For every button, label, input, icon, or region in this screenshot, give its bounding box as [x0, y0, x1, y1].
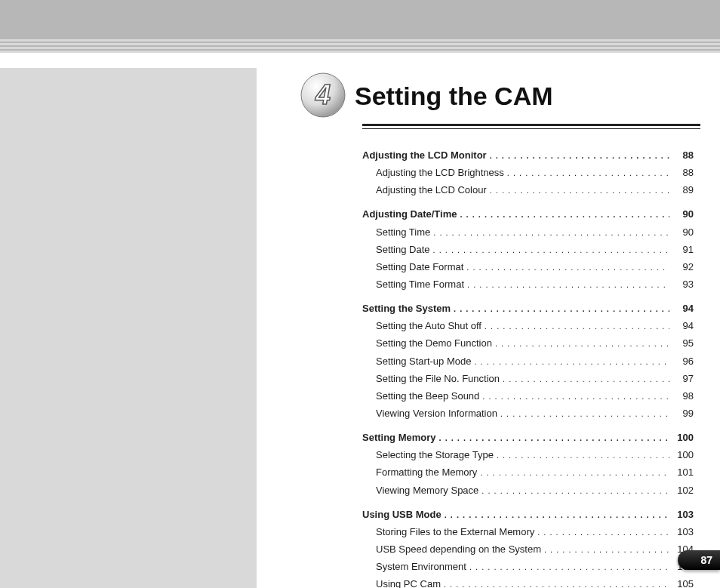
toc-item: USB Speed depending on the System104 — [362, 542, 694, 557]
toc-item-title: Setting Time Format — [376, 277, 464, 292]
toc-item-page: 91 — [672, 242, 694, 257]
toc-item-title: Setting the File No. Function — [376, 371, 500, 386]
toc-leader-dots — [485, 319, 669, 334]
toc-item: Setting the Beep Sound98 — [362, 389, 694, 404]
page-body: 4 Setting the CAM Adjusting the LCD Moni… — [0, 53, 720, 588]
toc-item-title: System Environment — [376, 559, 466, 574]
toc-leader-dots — [466, 260, 669, 275]
toc-item: System Environment104 — [362, 559, 694, 574]
toc-leader-dots — [544, 542, 669, 557]
toc-item-page: 96 — [672, 354, 694, 369]
toc-item: Setting Time Format93 — [362, 277, 694, 292]
toc-item-page: 102 — [672, 483, 694, 498]
toc-subitems: Adjusting the LCD Brightness88Adjusting … — [362, 165, 694, 198]
page-number-tab: 87 — [678, 550, 720, 570]
toc-item-page: 105 — [672, 577, 694, 588]
toc-section: Setting the System94 — [362, 301, 694, 316]
toc-item-page: 95 — [672, 336, 694, 351]
toc-item-title: Selecting the Storage Type — [376, 448, 494, 463]
toc-section-page: 100 — [672, 430, 694, 445]
toc-item-page: 94 — [672, 319, 694, 334]
toc-section: Adjusting the LCD Monitor88 — [362, 148, 694, 163]
toc-section: Setting Memory100 — [362, 430, 694, 445]
toc-section-title: Adjusting the LCD Monitor — [362, 148, 487, 163]
toc-item-page: 90 — [672, 225, 694, 240]
toc-leader-dots — [433, 225, 669, 240]
toc-item-title: Adjusting the LCD Colour — [376, 183, 487, 198]
toc-item-title: Setting Date — [376, 242, 430, 257]
toc-leader-dots — [467, 277, 669, 292]
chapter-number: 4 — [315, 79, 331, 110]
toc-item-title: Formatting the Memory — [376, 465, 477, 480]
toc-item-page: 101 — [672, 465, 694, 480]
toc-item-page: 92 — [672, 260, 694, 275]
toc-item: Adjusting the LCD Brightness88 — [362, 165, 694, 180]
toc-item-title: Setting the Beep Sound — [376, 389, 479, 404]
toc-leader-dots — [497, 448, 669, 463]
divider-thick — [362, 124, 700, 126]
table-of-contents: Adjusting the LCD Monitor88Adjusting the… — [362, 148, 694, 588]
toc-item: Setting Time90 — [362, 225, 694, 240]
toc-item: Adjusting the LCD Colour89 — [362, 183, 694, 198]
toc-section-heading: Setting the System94 — [362, 301, 694, 316]
toc-item-page: 93 — [672, 277, 694, 292]
toc-leader-dots — [503, 371, 669, 386]
toc-leader-dots — [495, 336, 669, 351]
toc-item-title: Setting Date Format — [376, 260, 463, 275]
toc-item-title: Viewing Memory Space — [376, 483, 478, 498]
toc-leader-dots — [537, 525, 669, 540]
toc-section: Adjusting Date/Time90 — [362, 207, 694, 222]
toc-item-title: Using PC Cam — [376, 577, 441, 588]
toc-leader-dots — [490, 183, 669, 198]
toc-subitems: Setting the Auto Shut off94Setting the D… — [362, 319, 694, 421]
header-stripes — [0, 39, 720, 53]
toc-leader-dots — [482, 389, 669, 404]
toc-item-title: Setting Time — [376, 225, 430, 240]
toc-item: Selecting the Storage Type100 — [362, 448, 694, 463]
toc-section-heading: Adjusting Date/Time90 — [362, 207, 694, 222]
chapter-number-badge: 4 — [300, 72, 346, 118]
toc-section-heading: Adjusting the LCD Monitor88 — [362, 148, 694, 163]
toc-leader-dots — [444, 577, 669, 588]
toc-item: Viewing Memory Space102 — [362, 483, 694, 498]
toc-subitems: Selecting the Storage Type100Formatting … — [362, 448, 694, 497]
divider-thin — [362, 128, 700, 129]
toc-leader-dots — [490, 148, 669, 163]
toc-item: Setting Date91 — [362, 242, 694, 257]
toc-leader-dots — [480, 465, 669, 480]
toc-section: Using USB Mode103 — [362, 507, 694, 522]
left-sidebar — [0, 68, 257, 588]
toc-item: Setting Date Format92 — [362, 260, 694, 275]
toc-item: Setting the File No. Function97 — [362, 371, 694, 386]
toc-leader-dots — [474, 354, 669, 369]
toc-subitems: Setting Time90Setting Date91Setting Date… — [362, 225, 694, 293]
toc-item-page: 88 — [672, 165, 694, 180]
toc-section-page: 94 — [672, 301, 694, 316]
toc-item-page: 98 — [672, 389, 694, 404]
toc-item: Setting Start-up Mode96 — [362, 354, 694, 369]
toc-item-title: Storing Files to the External Memory — [376, 525, 534, 540]
toc-leader-dots — [500, 406, 669, 421]
toc-leader-dots — [439, 430, 669, 445]
toc-section-page: 90 — [672, 207, 694, 222]
toc-item: Formatting the Memory101 — [362, 465, 694, 480]
toc-item: Using PC Cam105 — [362, 577, 694, 588]
toc-leader-dots — [482, 483, 669, 498]
toc-item: Storing Files to the External Memory103 — [362, 525, 694, 540]
chapter-title: Setting the CAM — [355, 82, 553, 111]
toc-section-heading: Setting Memory100 — [362, 430, 694, 445]
toc-item-title: Setting the Auto Shut off — [376, 319, 482, 334]
toc-item-page: 99 — [672, 406, 694, 421]
toc-section-heading: Using USB Mode103 — [362, 507, 694, 522]
toc-leader-dots — [469, 559, 669, 574]
toc-item: Setting the Auto Shut off94 — [362, 319, 694, 334]
page-number: 87 — [700, 554, 712, 566]
toc-leader-dots — [445, 507, 669, 522]
toc-item-title: Adjusting the LCD Brightness — [376, 165, 504, 180]
toc-leader-dots — [460, 207, 669, 222]
toc-item-page: 103 — [672, 525, 694, 540]
toc-section-page: 88 — [672, 148, 694, 163]
toc-leader-dots — [507, 165, 669, 180]
toc-section-title: Setting Memory — [362, 430, 436, 445]
toc-section-title: Setting the System — [362, 301, 451, 316]
